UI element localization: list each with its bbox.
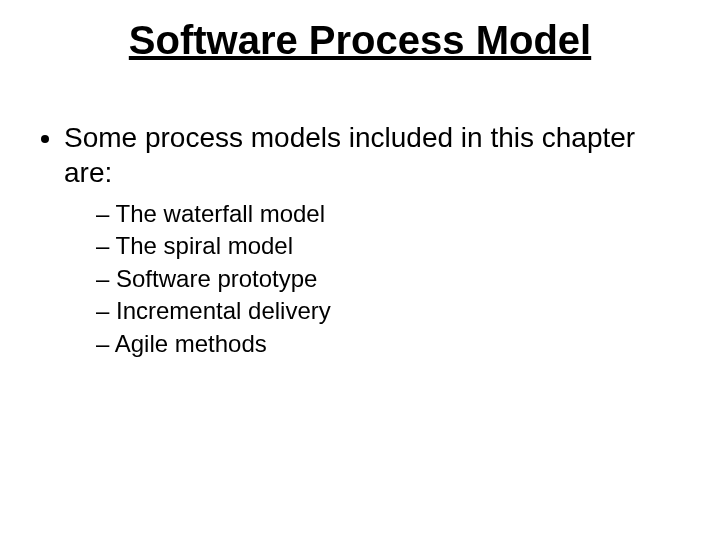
bullet-list-level1: Some process models included in this cha… bbox=[36, 120, 684, 360]
slide-title: Software Process Model bbox=[0, 18, 720, 63]
list-item: Agile methods bbox=[96, 328, 684, 360]
slide-body: Some process models included in this cha… bbox=[36, 120, 684, 374]
list-item: The waterfall model bbox=[96, 198, 684, 230]
bullet-list-level2: The waterfall model The spiral model Sof… bbox=[64, 198, 684, 360]
intro-text: Some process models included in this cha… bbox=[64, 122, 635, 188]
intro-bullet: Some process models included in this cha… bbox=[64, 120, 684, 360]
list-item: The spiral model bbox=[96, 230, 684, 262]
slide: Software Process Model Some process mode… bbox=[0, 0, 720, 540]
list-item: Incremental delivery bbox=[96, 295, 684, 327]
list-item: Software prototype bbox=[96, 263, 684, 295]
